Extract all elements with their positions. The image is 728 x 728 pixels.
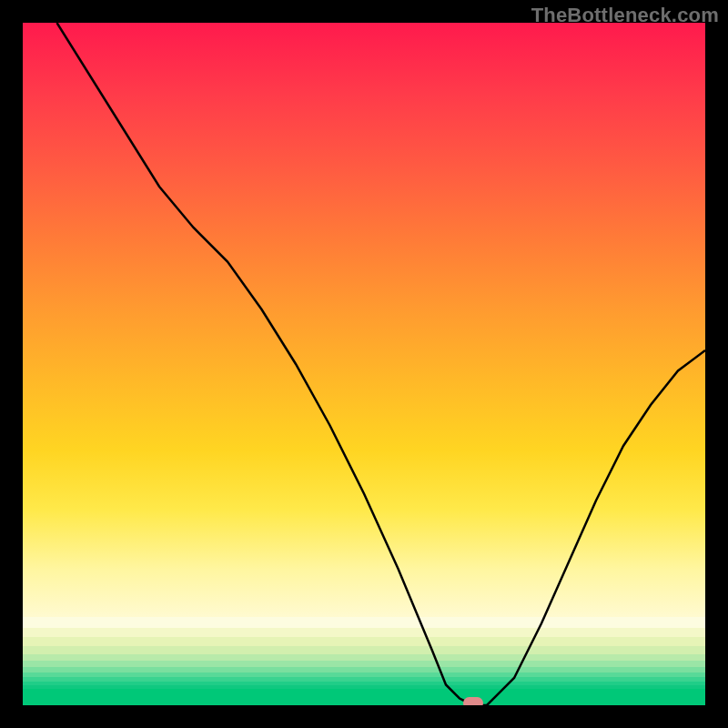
optimal-point-marker [463, 697, 483, 705]
line-chart-svg [23, 23, 705, 705]
plot-area [23, 23, 705, 705]
bottleneck-curve-path [57, 23, 706, 705]
watermark-text: TheBottleneck.com [531, 4, 719, 27]
chart-container: TheBottleneck.com [0, 0, 728, 728]
